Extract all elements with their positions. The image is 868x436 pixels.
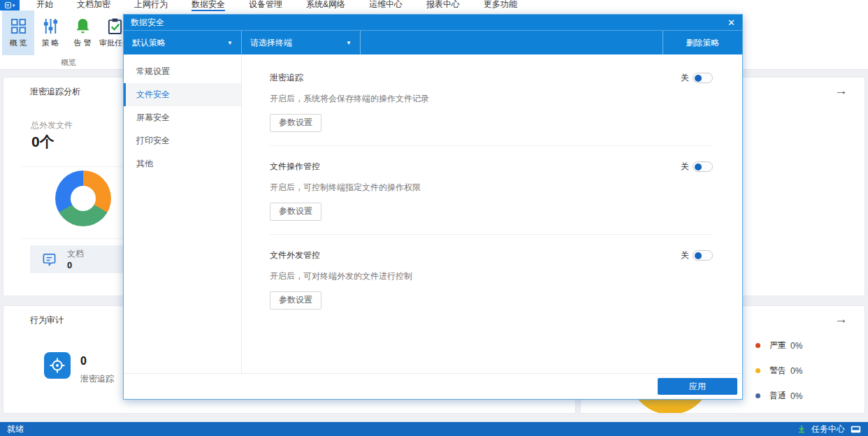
toolbar-spacer [361,31,663,54]
alert-legend: 严重 0% 警告 0% 普通 0% [755,340,802,402]
arrow-right-icon[interactable]: → [834,83,848,99]
app-grid-icon [5,2,11,8]
legend-value: 0% [790,391,802,401]
menu-item-start[interactable]: 开始 [36,0,53,11]
download-arrow-icon [797,425,806,433]
sidebar-item-file-security[interactable]: 文件安全 [124,83,241,106]
clipboard-check-icon [106,17,124,35]
section-title: 文件外发管控 [270,249,320,261]
menu-item-system-network[interactable]: 系统&网络 [306,0,345,11]
critical-dot-icon [755,343,760,348]
dialog-footer: 应用 [124,373,742,399]
document-stat-texts: 文档 0 [67,248,84,270]
bell-icon [74,17,92,35]
document-count: 0 [67,260,84,270]
toggle-knob [695,252,702,259]
delete-policy-button[interactable]: 删除策略 [663,31,742,54]
section-title: 文件操作管控 [270,161,320,173]
data-security-dialog: 数据安全 ✕ 默认策略 ▼ 请选择终端 ▼ 删除策略 常规设置 文件安全 屏幕安… [123,14,743,400]
document-label: 文档 [67,248,84,260]
ribbon-item-label: 策 略 [41,38,59,48]
sidebar-item-screen-security[interactable]: 屏幕安全 [124,106,241,129]
toggle-row: 关 [681,161,713,173]
legend-label: 警告 [769,365,786,377]
menu-bar: ▾ 开始 文档加密 上网行为 数据安全 设备管理 系统&网络 运维中心 报表中心… [0,0,868,10]
section-description: 开启后，可控制终端指定文件的操作权限 [270,182,713,194]
sidebar-item-print-security[interactable]: 打印安全 [124,129,241,152]
arrow-right-icon[interactable]: → [834,312,848,327]
outgoing-files-label: 总外发文件 [31,119,73,131]
section-file-outgoing: 文件外发管控 关 开启后，可对终端外发的文件进行控制 参数设置 [270,235,713,323]
section-leak-trace: 泄密追踪 关 开启后，系统将会保存终端的操作文件记录 参数设置 [270,57,713,146]
target-icon [44,352,71,379]
leak-trace-toggle[interactable] [693,73,713,83]
notification-panel-icon[interactable] [851,426,861,433]
toggle-state-label: 关 [681,72,689,84]
terminal-dropdown-placeholder: 请选择终端 [250,37,292,49]
sidebar-item-general[interactable]: 常规设置 [124,60,241,83]
file-operation-params-button[interactable]: 参数设置 [270,203,321,221]
legend-item-normal: 普通 0% [755,390,802,402]
outgoing-files-value: 0个 [31,132,55,152]
toggle-knob [695,164,702,170]
dialog-main-panel: 泄密追踪 关 开启后，系统将会保存终端的操作文件记录 参数设置 文件操作管控 关 [242,54,742,373]
toggle-state-label: 关 [681,161,689,173]
card-title: 泄密追踪分析 [30,86,80,98]
policy-dropdown-value: 默认策略 [132,37,166,49]
policy-dropdown[interactable]: 默认策略 ▼ [124,31,242,54]
app-window: ▾ 开始 文档加密 上网行为 数据安全 设备管理 系统&网络 运维中心 报表中心… [0,0,868,436]
menu-item-ops-center[interactable]: 运维中心 [369,0,403,11]
normal-dot-icon [755,393,760,398]
ribbon-item-policy[interactable]: 策 略 [34,10,66,55]
leak-trace-params-button[interactable]: 参数设置 [270,114,321,132]
warning-dot-icon [755,368,760,373]
toggle-knob [695,75,702,82]
legend-item-warning: 警告 0% [755,365,802,377]
section-file-operation: 文件操作管控 关 开启后，可控制终端指定文件的操作权限 参数设置 [270,146,713,235]
dialog-body: 常规设置 文件安全 屏幕安全 打印安全 其他 泄密追踪 关 开启后，系统将会保存… [124,54,742,373]
grid-icon [10,17,27,35]
menu-item-data-security[interactable]: 数据安全 [191,0,225,11]
task-center-button[interactable]: 任务中心 [811,423,845,435]
section-description: 开启后，系统将会保存终端的操作文件记录 [270,93,713,105]
dialog-sidebar: 常规设置 文件安全 屏幕安全 打印安全 其他 [124,54,242,373]
section-description: 开启后，可对终端外发的文件进行控制 [270,270,713,282]
menu-item-more-features[interactable]: 更多功能 [484,0,517,11]
sidebar-item-other[interactable]: 其他 [124,152,241,175]
ribbon-item-alerts[interactable]: 告 警 [66,10,99,55]
toggle-row: 关 [681,72,713,84]
file-operation-toggle[interactable] [693,161,713,172]
dialog-titlebar: 数据安全 ✕ [124,15,742,31]
legend-item-critical: 严重 0% [755,340,802,351]
menu-item-device-mgmt[interactable]: 设备管理 [249,0,282,11]
section-title: 泄密追踪 [270,72,303,84]
ribbon-item-overview[interactable]: 概 览 [2,10,34,55]
ribbon-item-label: 告 警 [73,38,91,48]
menu-item-web-behavior[interactable]: 上网行为 [134,0,168,11]
ribbon-group-label: 概览 [0,57,137,69]
close-icon[interactable]: ✕ [728,18,735,27]
file-outgoing-toggle[interactable] [693,250,713,261]
chevron-down-icon: ▼ [227,40,233,46]
menu-item-report-center[interactable]: 报表中心 [426,0,460,11]
apply-button[interactable]: 应用 [658,378,737,395]
card-title: 行为审计 [30,314,64,326]
menu-item-doc-encrypt[interactable]: 文档加密 [77,0,110,11]
status-bar-right: 任务中心 [797,423,861,435]
ribbon-item-label: 概 览 [9,38,27,48]
leak-trace-count: 0 [80,355,87,368]
app-caret-icon: ▾ [13,3,15,8]
legend-label: 普通 [769,390,786,402]
dialog-toolbar: 默认策略 ▼ 请选择终端 ▼ 删除策略 [124,31,742,54]
terminal-dropdown[interactable]: 请选择终端 ▼ [242,31,361,54]
leak-trace-label: 泄密追踪 [80,373,114,385]
chevron-down-icon: ▼ [346,40,352,46]
menu-items: 开始 文档加密 上网行为 数据安全 设备管理 系统&网络 运维中心 报表中心 更… [36,0,517,11]
document-icon [43,253,56,266]
file-outgoing-params-button[interactable]: 参数设置 [270,291,321,310]
legend-value: 0% [790,341,802,351]
dialog-title: 数据安全 [131,17,164,29]
sliders-icon [42,17,59,35]
app-menu-button[interactable]: ▾ [0,0,20,10]
toggle-state-label: 关 [681,249,689,261]
